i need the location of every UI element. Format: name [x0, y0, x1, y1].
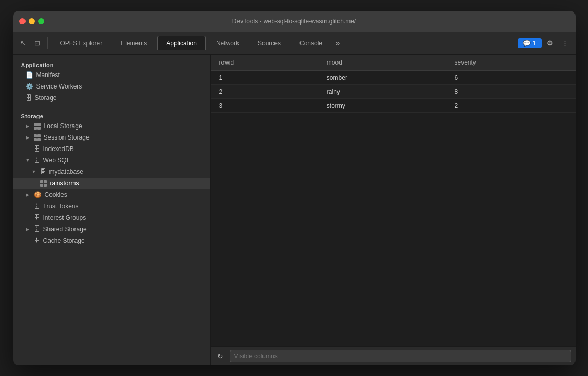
- db-icon: 🗄: [40, 168, 46, 176]
- sidebar-item-manifest[interactable]: 📄 Manifest: [13, 69, 210, 81]
- sidebar-item-indexeddb[interactable]: ▶ 🗄 IndexedDB: [13, 143, 210, 155]
- sidebar-item-service-workers[interactable]: ⚙️ Service Workers: [13, 81, 210, 92]
- tab-application[interactable]: Application: [157, 36, 206, 50]
- db-icon: 🗄: [34, 145, 40, 153]
- sidebar-item-cookies[interactable]: ▶ 🍪 Cookies: [13, 189, 210, 200]
- minimize-button[interactable]: [29, 18, 35, 24]
- cell-rowid: 3: [211, 99, 318, 113]
- sidebar-item-storage-app[interactable]: 🗄 Storage: [13, 92, 210, 104]
- cell-severity: 2: [446, 99, 575, 113]
- chevron-down-icon: ▼: [32, 169, 37, 174]
- cell-severity: 8: [446, 85, 575, 99]
- window-title: DevTools - web-sql-to-sqlite-wasm.glitch…: [232, 18, 356, 25]
- tab-sources[interactable]: Sources: [249, 36, 289, 50]
- web-sql-label: Web SQL: [43, 157, 70, 164]
- tab-opfs-explorer[interactable]: OPFS Explorer: [52, 36, 111, 50]
- gear-icon: ⚙️: [26, 83, 33, 90]
- session-storage-label: Session Storage: [44, 134, 90, 141]
- cell-severity: 6: [446, 71, 575, 85]
- chevron-right-icon: ▶: [26, 135, 31, 140]
- col-rowid: rowid: [211, 55, 318, 71]
- settings-button[interactable]: ⚙: [544, 37, 556, 49]
- sidebar-item-rainstorms[interactable]: rainstorms: [13, 178, 210, 189]
- content-panel: rowid mood severity 1somber62rainy83stor…: [211, 55, 576, 365]
- chevron-right-icon: ▶: [26, 227, 31, 232]
- sidebar-item-mydatabase[interactable]: ▼ 🗄 mydatabase: [13, 166, 210, 178]
- chevron-down-icon: ▼: [26, 158, 31, 163]
- col-severity: severity: [446, 55, 575, 71]
- trust-tokens-label: Trust Tokens: [43, 203, 79, 210]
- tab-elements[interactable]: Elements: [112, 36, 155, 50]
- db-icon: 🗄: [26, 94, 32, 102]
- doc-icon: 📄: [26, 71, 33, 79]
- badge-count: 1: [533, 40, 536, 47]
- chevron-right-icon: ▶: [26, 123, 31, 129]
- mydatabase-label: mydatabase: [49, 168, 83, 176]
- more-options-button[interactable]: ⋮: [558, 37, 571, 49]
- db-icon: 🗄: [34, 157, 40, 164]
- sidebar: Application 📄 Manifest ⚙️ Service Worker…: [13, 55, 211, 365]
- cell-rowid: 2: [211, 85, 318, 99]
- sidebar-item-trust-tokens[interactable]: ▶ 🗄 Trust Tokens: [13, 200, 210, 212]
- sidebar-item-shared-storage[interactable]: ▶ 🗄 Shared Storage: [13, 223, 210, 235]
- close-button[interactable]: [19, 18, 26, 24]
- table-row[interactable]: 3stormy2: [211, 99, 576, 113]
- col-mood: mood: [318, 55, 446, 71]
- maximize-button[interactable]: [38, 18, 44, 24]
- main-content: Application 📄 Manifest ⚙️ Service Worker…: [13, 55, 576, 365]
- storage-app-label: Storage: [35, 94, 57, 102]
- traffic-lights: [19, 18, 44, 24]
- grid-icon: [40, 180, 47, 187]
- titlebar: DevTools - web-sql-to-sqlite-wasm.glitch…: [13, 11, 576, 32]
- tab-network[interactable]: Network: [208, 36, 247, 50]
- storage-section-title: Storage: [13, 110, 210, 120]
- rainstorms-label: rainstorms: [50, 180, 79, 187]
- cookie-icon: 🍪: [34, 191, 42, 198]
- footer-bar: ↻: [211, 346, 576, 365]
- cell-mood: rainy: [318, 85, 446, 99]
- cookies-label: Cookies: [45, 191, 67, 198]
- sidebar-item-local-storage[interactable]: ▶ Local Storage: [13, 120, 210, 132]
- cell-rowid: 1: [211, 71, 318, 85]
- notifications-badge-button[interactable]: 💬 1: [518, 38, 542, 48]
- sidebar-item-cache-storage[interactable]: ▶ 🗄 Cache Storage: [13, 235, 210, 246]
- grid-icon: [34, 134, 41, 141]
- data-table: rowid mood severity 1somber62rainy83stor…: [211, 55, 576, 346]
- more-tabs-button[interactable]: »: [333, 37, 343, 49]
- interest-groups-label: Interest Groups: [43, 214, 86, 221]
- table-row[interactable]: 1somber6: [211, 71, 576, 85]
- device-toggle-button[interactable]: ⊡: [31, 37, 43, 49]
- db-icon: 🗄: [34, 237, 40, 244]
- chevron-right-icon: ▶: [26, 192, 31, 197]
- pointer-tool-button[interactable]: ↖: [17, 37, 29, 49]
- devtools-window: DevTools - web-sql-to-sqlite-wasm.glitch…: [13, 11, 576, 365]
- toolbar-right: 💬 1 ⚙ ⋮: [518, 37, 571, 49]
- table-row[interactable]: 2rainy8: [211, 85, 576, 99]
- local-storage-label: Local Storage: [44, 122, 82, 130]
- manifest-label: Manifest: [36, 71, 60, 79]
- db-icon: 🗄: [34, 225, 40, 233]
- service-workers-label: Service Workers: [36, 83, 82, 90]
- cache-storage-label: Cache Storage: [43, 237, 85, 244]
- chat-icon: 💬: [523, 40, 531, 47]
- storage-section: Storage ▶ Local Storage ▶ Session Storag…: [13, 110, 210, 246]
- sidebar-item-interest-groups[interactable]: ▶ 🗄 Interest Groups: [13, 212, 210, 223]
- results-table: rowid mood severity 1somber62rainy83stor…: [211, 55, 576, 113]
- tab-console[interactable]: Console: [291, 36, 331, 50]
- indexeddb-label: IndexedDB: [43, 145, 74, 153]
- cell-mood: stormy: [318, 99, 446, 113]
- table-header-row: rowid mood severity: [211, 55, 576, 71]
- application-section-title: Application: [13, 59, 210, 69]
- grid-icon: [34, 123, 41, 130]
- db-icon: 🗄: [34, 203, 40, 210]
- shared-storage-label: Shared Storage: [43, 225, 87, 233]
- db-icon: 🗄: [34, 214, 40, 221]
- visible-columns-input[interactable]: [230, 350, 571, 362]
- cell-mood: somber: [318, 71, 446, 85]
- toolbar: ↖ ⊡ OPFS Explorer Elements Application N…: [13, 32, 576, 55]
- toolbar-divider: [47, 37, 48, 49]
- sidebar-item-session-storage[interactable]: ▶ Session Storage: [13, 132, 210, 143]
- refresh-button[interactable]: ↻: [215, 351, 226, 361]
- sidebar-item-web-sql[interactable]: ▼ 🗄 Web SQL: [13, 155, 210, 166]
